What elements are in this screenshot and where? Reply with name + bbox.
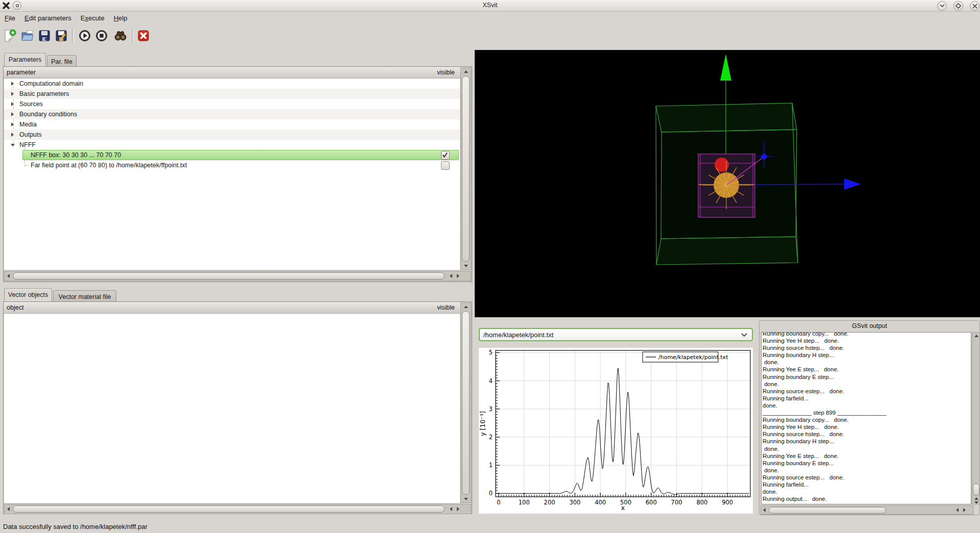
preview-icon [114, 29, 127, 42]
tree-row[interactable]: Basic parameters [4, 89, 460, 99]
tree-row[interactable]: Sources [4, 99, 460, 109]
log-line: Running source estep... done. [762, 388, 971, 395]
tree-vertical-scrollbar[interactable] [460, 67, 471, 270]
preview-button[interactable] [113, 28, 128, 43]
save-icon [38, 29, 51, 42]
log-line: Running output... done. [762, 495, 971, 502]
svg-text:900: 900 [722, 499, 733, 506]
expander-closed-icon[interactable] [11, 122, 14, 126]
vector-vertical-scrollbar[interactable] [460, 302, 471, 503]
log-line: Running source hstep... done. [762, 344, 971, 351]
log-line: Running source estep... done. [762, 474, 971, 481]
vector-object-list [4, 314, 460, 503]
tree-row-label: Media [19, 121, 37, 128]
new-file-button[interactable] [2, 28, 17, 43]
log-vertical-scrollbar[interactable] [972, 332, 980, 504]
open-file-icon [21, 29, 34, 42]
chevron-down-icon [741, 333, 747, 337]
svg-text:2: 2 [489, 434, 493, 441]
tree-row-label: Sources [19, 100, 43, 108]
title-bar[interactable]: XSvit [0, 0, 980, 12]
tree-row[interactable]: Boundary conditions [4, 109, 460, 119]
log-line: Running Yee H step... done. [762, 337, 971, 344]
x-axis-arrow [844, 179, 861, 190]
log-line: done. [762, 467, 971, 474]
svg-text:3: 3 [489, 405, 493, 413]
visible-checkbox[interactable] [441, 151, 450, 160]
vector-column-header[interactable]: object visible [4, 302, 471, 314]
column-parameter: parameter [4, 69, 437, 76]
new-file-icon [3, 29, 16, 42]
gsvit-output-log[interactable]: Running boundary copy... done.Running Ye… [761, 332, 971, 504]
open-file-button[interactable] [20, 28, 35, 43]
expander-open-icon[interactable] [11, 144, 15, 146]
save-button[interactable] [37, 28, 52, 43]
parameter-tree: Computational domainBasic parametersSour… [4, 79, 460, 270]
domain-box-top-face [656, 103, 797, 132]
svg-text:0: 0 [497, 499, 500, 506]
tab-par-file[interactable]: Par. file [47, 55, 77, 66]
log-line: Running boundary copy... done. [762, 332, 971, 337]
tab-parameters[interactable]: Parameters [4, 53, 46, 67]
log-line: done. [762, 380, 971, 388]
svg-text:x: x [621, 504, 625, 512]
save-as-icon [55, 29, 68, 42]
log-line: Running boundary E step... [762, 460, 971, 467]
close-button[interactable] [970, 1, 979, 11]
tree-row-label: Outputs [19, 131, 42, 138]
point-file-dropdown[interactable]: /home/klapetek/point.txt [479, 328, 753, 341]
parameter-tree-panel: parameter visible Computational domainBa… [3, 66, 472, 282]
tree-row[interactable]: NFFF box: 30 30 30 ... 70 70 70 [4, 150, 460, 160]
expander-closed-icon[interactable] [11, 92, 14, 96]
log-line: Running Yee E step... done. [762, 366, 971, 373]
tree-row[interactable]: NFFF [4, 140, 460, 150]
minimize-button[interactable] [937, 1, 947, 11]
menu-help[interactable]: Help [109, 12, 132, 24]
svg-text:1: 1 [489, 462, 493, 469]
toolbar [0, 24, 980, 52]
tree-horizontal-scrollbar[interactable] [4, 271, 471, 281]
window-title: XSvit [0, 2, 980, 9]
point-file-value: /home/klapetek/point.txt [483, 331, 553, 339]
scene-3d-viewport[interactable] [475, 50, 980, 317]
tree-row[interactable]: Computational domain [4, 79, 460, 89]
menu-file[interactable]: File [0, 12, 20, 24]
save-as-button[interactable] [54, 28, 69, 43]
expander-closed-icon[interactable] [11, 133, 14, 137]
svg-text:300: 300 [569, 499, 580, 506]
tab-vector-objects[interactable]: Vector objects [4, 288, 52, 302]
tab-label: Parameters [9, 56, 42, 63]
tree-row-label: NFFF box: 30 30 30 ... 70 70 70 [31, 151, 121, 159]
quit-button[interactable] [136, 28, 151, 43]
xsvit-window: XSvit FileEdit parametersExecuteHelp [0, 0, 980, 533]
visible-checkbox[interactable] [441, 161, 450, 170]
tree-row[interactable]: Outputs [4, 130, 460, 140]
gsvit-output-panel: GSvit output Running boundary copy... do… [759, 320, 980, 515]
tree-column-header[interactable]: parameter visible [4, 67, 471, 79]
svg-text:4: 4 [489, 377, 493, 385]
tree-row[interactable]: Far field point at (60 70 80) to /home/k… [4, 160, 460, 170]
tab-vector-material-file[interactable]: Vector material file [53, 290, 116, 301]
point-output-graph[interactable]: 0100200300400500600700800900012345xy [10… [479, 348, 753, 514]
menu-edit-parameters[interactable]: Edit parameters [20, 12, 76, 24]
menu-bar: FileEdit parametersExecuteHelp [0, 11, 980, 24]
log-horizontal-scrollbar[interactable] [761, 505, 973, 515]
expander-closed-icon[interactable] [11, 112, 14, 116]
stop-button[interactable] [94, 28, 109, 43]
tree-row[interactable]: Media [4, 119, 460, 130]
maximize-button[interactable] [953, 1, 963, 11]
stop-icon [95, 29, 108, 42]
log-line: Running farfield... [762, 481, 971, 488]
tree-row-label: Far field point at (60 70 80) to /home/k… [31, 162, 187, 169]
vector-horizontal-scrollbar[interactable] [4, 504, 471, 514]
run-button[interactable] [77, 28, 92, 43]
expander-closed-icon[interactable] [11, 82, 14, 86]
tab-label: Vector objects [8, 291, 48, 298]
expander-closed-icon[interactable] [11, 102, 14, 106]
log-line: Running farfield... [762, 395, 971, 402]
log-line: Running source hstep... done. [762, 430, 971, 438]
log-line: Running Yee H step... done. [762, 423, 971, 430]
log-line: Running boundary E step... [762, 373, 971, 380]
material-sphere [715, 158, 729, 172]
menu-execute[interactable]: Execute [76, 12, 109, 24]
